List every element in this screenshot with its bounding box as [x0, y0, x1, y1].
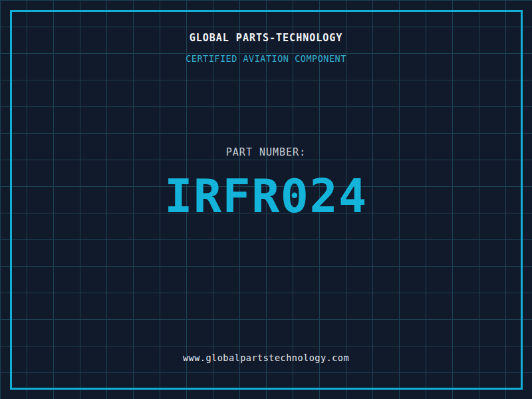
part-number-label: PART NUMBER: [0, 146, 532, 158]
certification-subtitle: CERTIFIED AVIATION COMPONENT [0, 53, 532, 64]
company-title: GLOBAL PARTS-TECHNOLOGY [0, 32, 532, 44]
part-number-value: IRFR024 [0, 173, 532, 219]
website-url: www.globalpartstechnology.com [0, 352, 532, 363]
